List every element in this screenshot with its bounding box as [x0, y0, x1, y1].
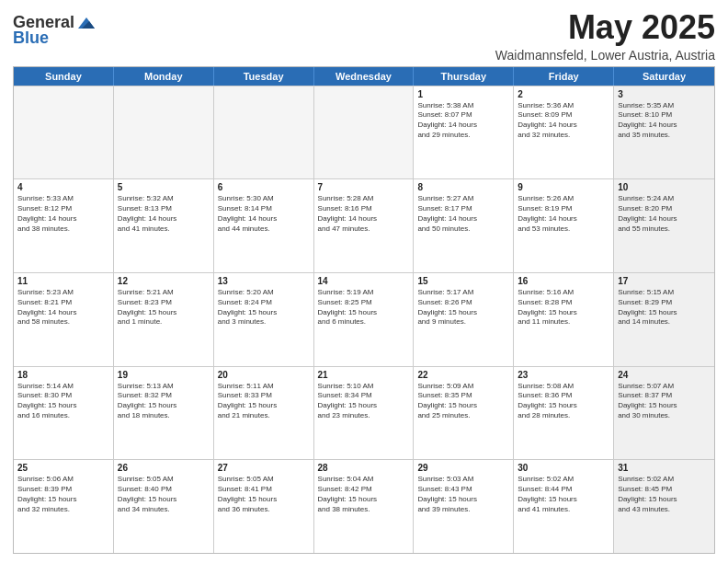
day-number: 12 [118, 276, 210, 286]
cell-text: Sunrise: 5:08 AM Sunset: 8:36 PM Dayligh… [518, 382, 609, 421]
cell-text: Sunrise: 5:09 AM Sunset: 8:35 PM Dayligh… [417, 382, 509, 421]
cal-cell: 10Sunrise: 5:24 AM Sunset: 8:20 PM Dayli… [614, 179, 714, 272]
cal-header-cell-friday: Friday [514, 67, 614, 86]
day-number: 14 [318, 276, 410, 286]
logo: General Blue [13, 13, 97, 48]
cell-text: Sunrise: 5:06 AM Sunset: 8:39 PM Dayligh… [17, 475, 109, 514]
cal-cell: 3Sunrise: 5:35 AM Sunset: 8:10 PM Daylig… [614, 86, 714, 179]
day-number: 8 [417, 182, 509, 192]
cal-header-cell-saturday: Saturday [614, 67, 714, 86]
cal-cell: 8Sunrise: 5:27 AM Sunset: 8:17 PM Daylig… [414, 179, 514, 272]
cal-cell [14, 86, 114, 179]
cell-text: Sunrise: 5:23 AM Sunset: 8:21 PM Dayligh… [17, 288, 109, 327]
day-number: 6 [218, 182, 310, 192]
cell-text: Sunrise: 5:03 AM Sunset: 8:43 PM Dayligh… [417, 475, 509, 514]
cell-text: Sunrise: 5:10 AM Sunset: 8:34 PM Dayligh… [318, 382, 410, 421]
cell-text: Sunrise: 5:17 AM Sunset: 8:26 PM Dayligh… [417, 288, 509, 327]
cell-text: Sunrise: 5:05 AM Sunset: 8:40 PM Dayligh… [118, 475, 210, 514]
day-number: 23 [518, 370, 609, 380]
cell-text: Sunrise: 5:21 AM Sunset: 8:23 PM Dayligh… [118, 288, 210, 327]
cal-header-cell-monday: Monday [114, 67, 214, 86]
calendar: SundayMondayTuesdayWednesdayThursdayFrid… [13, 66, 715, 554]
cal-cell: 21Sunrise: 5:10 AM Sunset: 8:34 PM Dayli… [314, 367, 415, 460]
cell-text: Sunrise: 5:19 AM Sunset: 8:25 PM Dayligh… [318, 288, 410, 327]
cell-text: Sunrise: 5:14 AM Sunset: 8:30 PM Dayligh… [17, 382, 109, 421]
cal-cell: 6Sunrise: 5:30 AM Sunset: 8:14 PM Daylig… [214, 179, 314, 272]
cal-cell: 12Sunrise: 5:21 AM Sunset: 8:23 PM Dayli… [114, 273, 214, 366]
day-number: 18 [17, 370, 109, 380]
cal-header-cell-wednesday: Wednesday [314, 67, 415, 86]
cell-text: Sunrise: 5:26 AM Sunset: 8:19 PM Dayligh… [518, 194, 609, 234]
cell-text: Sunrise: 5:32 AM Sunset: 8:13 PM Dayligh… [118, 194, 210, 234]
day-number: 7 [318, 182, 410, 192]
cell-text: Sunrise: 5:38 AM Sunset: 8:07 PM Dayligh… [417, 101, 509, 141]
day-number: 10 [618, 182, 711, 192]
cal-week-5: 25Sunrise: 5:06 AM Sunset: 8:39 PM Dayli… [14, 459, 714, 553]
cal-cell: 31Sunrise: 5:02 AM Sunset: 8:45 PM Dayli… [614, 460, 714, 553]
location-title: Waidmannsfeld, Lower Austria, Austria [495, 48, 715, 63]
cal-week-4: 18Sunrise: 5:14 AM Sunset: 8:30 PM Dayli… [14, 366, 714, 460]
cal-header-cell-thursday: Thursday [414, 67, 514, 86]
cal-cell: 22Sunrise: 5:09 AM Sunset: 8:35 PM Dayli… [414, 367, 514, 460]
cal-week-1: 1Sunrise: 5:38 AM Sunset: 8:07 PM Daylig… [14, 86, 714, 179]
cal-cell: 27Sunrise: 5:05 AM Sunset: 8:41 PM Dayli… [214, 460, 314, 553]
cal-cell: 1Sunrise: 5:38 AM Sunset: 8:07 PM Daylig… [414, 86, 514, 179]
day-number: 16 [518, 276, 609, 286]
cal-week-3: 11Sunrise: 5:23 AM Sunset: 8:21 PM Dayli… [14, 272, 714, 366]
cell-text: Sunrise: 5:16 AM Sunset: 8:28 PM Dayligh… [518, 288, 609, 327]
cal-cell [314, 86, 415, 179]
cell-text: Sunrise: 5:30 AM Sunset: 8:14 PM Dayligh… [218, 194, 310, 234]
day-number: 1 [417, 89, 509, 99]
day-number: 11 [17, 276, 109, 286]
day-number: 30 [518, 463, 609, 473]
day-number: 26 [118, 463, 210, 473]
cal-cell: 15Sunrise: 5:17 AM Sunset: 8:26 PM Dayli… [414, 273, 514, 366]
cell-text: Sunrise: 5:07 AM Sunset: 8:37 PM Dayligh… [618, 382, 711, 421]
cal-cell: 25Sunrise: 5:06 AM Sunset: 8:39 PM Dayli… [14, 460, 114, 553]
cal-cell: 26Sunrise: 5:05 AM Sunset: 8:40 PM Dayli… [114, 460, 214, 553]
cell-text: Sunrise: 5:28 AM Sunset: 8:16 PM Dayligh… [318, 194, 410, 234]
cal-header-cell-tuesday: Tuesday [214, 67, 314, 86]
header: General Blue May 2025 Waidmannsfeld, Low… [13, 9, 715, 63]
cal-header-cell-sunday: Sunday [14, 67, 114, 86]
cal-cell: 29Sunrise: 5:03 AM Sunset: 8:43 PM Dayli… [414, 460, 514, 553]
cal-cell: 30Sunrise: 5:02 AM Sunset: 8:44 PM Dayli… [514, 460, 614, 553]
cal-cell: 24Sunrise: 5:07 AM Sunset: 8:37 PM Dayli… [614, 367, 714, 460]
cal-cell: 13Sunrise: 5:20 AM Sunset: 8:24 PM Dayli… [214, 273, 314, 366]
cal-cell: 2Sunrise: 5:36 AM Sunset: 8:09 PM Daylig… [514, 86, 614, 179]
cal-cell: 9Sunrise: 5:26 AM Sunset: 8:19 PM Daylig… [514, 179, 614, 272]
day-number: 19 [118, 370, 210, 380]
day-number: 17 [618, 276, 711, 286]
cal-cell: 28Sunrise: 5:04 AM Sunset: 8:42 PM Dayli… [314, 460, 415, 553]
day-number: 3 [618, 89, 711, 99]
day-number: 24 [618, 370, 711, 380]
cal-cell: 4Sunrise: 5:33 AM Sunset: 8:12 PM Daylig… [14, 179, 114, 272]
day-number: 4 [17, 182, 109, 192]
day-number: 27 [218, 463, 310, 473]
cell-text: Sunrise: 5:33 AM Sunset: 8:12 PM Dayligh… [17, 194, 109, 234]
calendar-header-row: SundayMondayTuesdayWednesdayThursdayFrid… [14, 67, 714, 86]
cell-text: Sunrise: 5:35 AM Sunset: 8:10 PM Dayligh… [618, 101, 711, 141]
cal-cell [214, 86, 314, 179]
cell-text: Sunrise: 5:02 AM Sunset: 8:45 PM Dayligh… [618, 475, 711, 514]
calendar-body: 1Sunrise: 5:38 AM Sunset: 8:07 PM Daylig… [14, 86, 714, 553]
day-number: 22 [417, 370, 509, 380]
day-number: 2 [518, 89, 609, 99]
cal-cell: 7Sunrise: 5:28 AM Sunset: 8:16 PM Daylig… [314, 179, 415, 272]
month-title: May 2025 [495, 9, 715, 46]
day-number: 25 [17, 463, 109, 473]
day-number: 31 [618, 463, 711, 473]
cell-text: Sunrise: 5:05 AM Sunset: 8:41 PM Dayligh… [218, 475, 310, 514]
cal-cell: 23Sunrise: 5:08 AM Sunset: 8:36 PM Dayli… [514, 367, 614, 460]
cell-text: Sunrise: 5:15 AM Sunset: 8:29 PM Dayligh… [618, 288, 711, 327]
title-block: May 2025 Waidmannsfeld, Lower Austria, A… [495, 9, 715, 63]
page: General Blue May 2025 Waidmannsfeld, Low… [0, 0, 728, 563]
logo-icon [76, 16, 97, 30]
day-number: 28 [318, 463, 410, 473]
cal-cell [114, 86, 214, 179]
cell-text: Sunrise: 5:20 AM Sunset: 8:24 PM Dayligh… [218, 288, 310, 327]
day-number: 29 [417, 463, 509, 473]
cell-text: Sunrise: 5:02 AM Sunset: 8:44 PM Dayligh… [518, 475, 609, 514]
cal-cell: 5Sunrise: 5:32 AM Sunset: 8:13 PM Daylig… [114, 179, 214, 272]
cell-text: Sunrise: 5:04 AM Sunset: 8:42 PM Dayligh… [318, 475, 410, 514]
